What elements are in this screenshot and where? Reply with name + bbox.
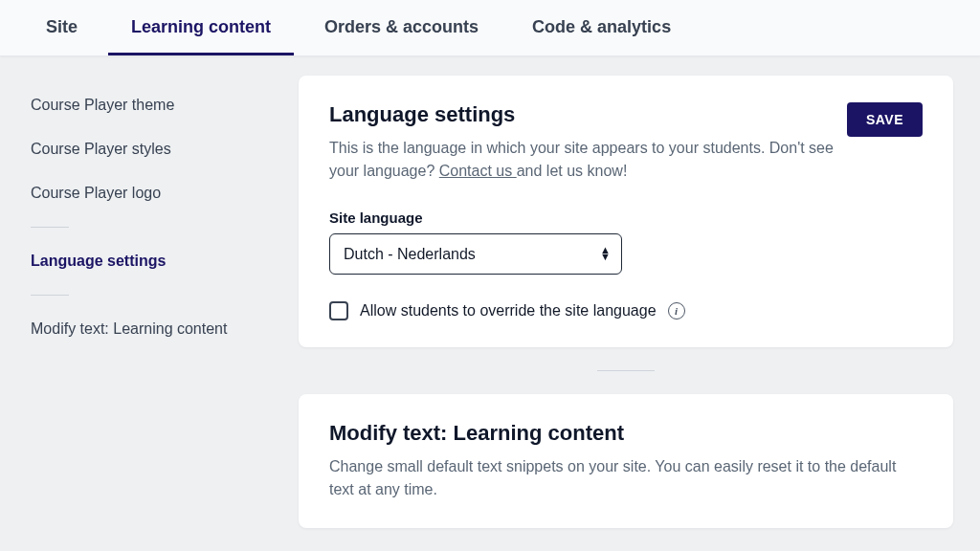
sidebar-divider	[31, 295, 69, 296]
site-language-select[interactable]: Dutch - Nederlands	[329, 233, 622, 275]
card-title: Language settings	[329, 102, 847, 127]
sidebar-divider	[31, 227, 69, 228]
top-tabs: Site Learning content Orders & accounts …	[0, 0, 980, 56]
override-language-label: Allow students to override the site lang…	[360, 302, 657, 320]
tab-code-analytics[interactable]: Code & analytics	[509, 0, 694, 55]
info-icon[interactable]: i	[668, 302, 685, 320]
sidebar: Course Player theme Course Player styles…	[0, 56, 287, 550]
section-divider	[597, 370, 655, 371]
sidebar-item-logo[interactable]: Course Player logo	[23, 171, 264, 215]
override-checkbox-row: Allow students to override the site lang…	[329, 301, 923, 320]
language-settings-card: Language settings This is the language i…	[299, 76, 953, 347]
sidebar-item-language-settings[interactable]: Language settings	[23, 239, 264, 283]
sidebar-item-theme[interactable]: Course Player theme	[23, 83, 264, 127]
desc-part2: and let us know!	[517, 163, 628, 179]
tab-orders-accounts[interactable]: Orders & accounts	[301, 0, 501, 55]
sidebar-item-styles[interactable]: Course Player styles	[23, 127, 264, 171]
card-description: Change small default text snippets on yo…	[329, 455, 903, 501]
sidebar-item-modify-text[interactable]: Modify text: Learning content	[23, 307, 264, 351]
tab-learning-content[interactable]: Learning content	[108, 0, 294, 55]
main-content: Language settings This is the language i…	[287, 56, 980, 550]
site-language-label: Site language	[329, 209, 923, 226]
tab-site[interactable]: Site	[23, 0, 100, 55]
override-language-checkbox[interactable]	[329, 301, 348, 320]
save-button[interactable]: SAVE	[847, 102, 923, 137]
site-language-select-wrap: Dutch - Nederlands ▲▼	[329, 233, 622, 275]
contact-us-link[interactable]: Contact us	[439, 163, 517, 179]
card-description: This is the language in which your site …	[329, 137, 847, 183]
modify-text-card: Modify text: Learning content Change sma…	[299, 394, 953, 528]
card-title: Modify text: Learning content	[329, 421, 923, 446]
